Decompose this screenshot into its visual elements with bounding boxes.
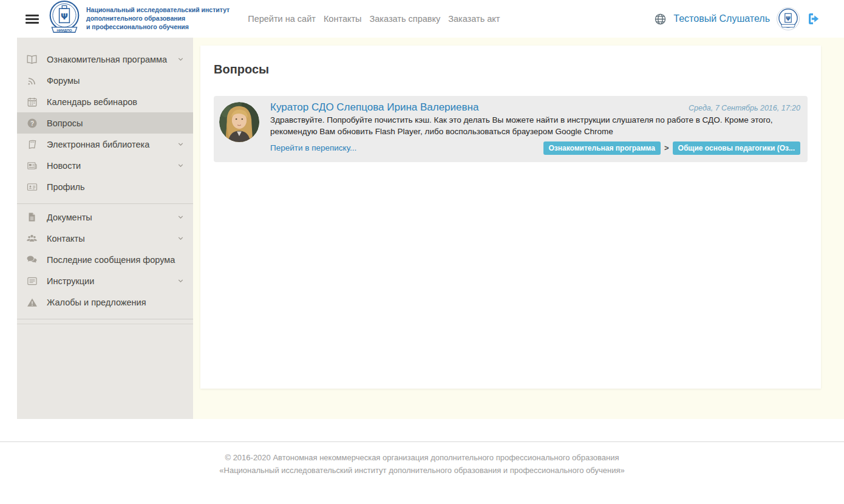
sidebar-column: Ознакомительная программа Форумы — [0, 38, 193, 419]
user-name-link[interactable]: Тестовый Слушатель — [673, 13, 770, 24]
logout-icon[interactable] — [806, 12, 821, 26]
document-icon — [26, 211, 38, 223]
svg-text:Ψ: Ψ — [61, 12, 68, 21]
sidebar-item-label: Новости — [47, 161, 81, 171]
header-user-area: Тестовый Слушатель Ψ — [654, 0, 821, 38]
tag-separator: > — [664, 143, 669, 152]
nav-order-act[interactable]: Заказать акт — [448, 14, 500, 24]
message-text: Здравствуйте. Попробуйте почистить кэш. … — [270, 115, 800, 138]
chevron-down-icon — [177, 55, 185, 63]
hamburger-menu-icon[interactable] — [26, 13, 39, 26]
content-card: Вопросы — [200, 46, 821, 389]
chevron-down-icon — [177, 162, 185, 169]
user-avatar[interactable]: Ψ — [777, 7, 800, 30]
go-to-correspondence-link[interactable]: Перейти в переписку... — [270, 143, 356, 152]
sidebar-item-label: Профиль — [47, 182, 85, 192]
header: Ψ НИИДПО Национальный исследовательский … — [0, 0, 844, 38]
footer: © 2016-2020 Автономная некоммерческая ор… — [0, 441, 844, 477]
book-open-icon — [26, 53, 38, 65]
message-author-link[interactable]: Куратор СДО Слепцова Ирина Валериевна — [270, 101, 478, 114]
sidebar-item-label: Последние сообщения форума — [47, 255, 175, 265]
forums-icon — [26, 75, 38, 86]
calendar-icon — [26, 96, 38, 107]
sidebar-item-forums[interactable]: Форумы — [17, 70, 193, 91]
message-body: Куратор СДО Слепцова Ирина Валериевна Ср… — [270, 101, 800, 155]
tag-course[interactable]: Общие основы педагогики (Оз... — [673, 141, 800, 155]
news-icon — [26, 160, 38, 171]
sidebar-item-label: Жалобы и предложения — [47, 298, 146, 307]
nav-goto-site[interactable]: Перейти на сайт — [248, 14, 316, 24]
instructions-icon — [26, 275, 38, 287]
sidebar-item-news[interactable]: Новости — [17, 155, 193, 176]
library-icon — [26, 138, 38, 150]
chevron-down-icon — [177, 277, 185, 285]
message-date: Среда, 7 Сентябрь 2016, 17:20 — [689, 104, 800, 112]
curator-avatar[interactable] — [219, 102, 259, 142]
svg-text:Ψ: Ψ — [786, 15, 791, 22]
page-title: Вопросы — [214, 63, 808, 77]
question-circle-icon: ? — [26, 117, 38, 129]
language-globe-icon[interactable] — [654, 13, 667, 26]
nav-order-certificate[interactable]: Заказать справку — [370, 14, 441, 24]
sidebar-item-webinar-calendar[interactable]: Календарь вебинаров — [17, 91, 193, 112]
sidebar-item-intro-program[interactable]: Ознакомительная программа — [17, 49, 193, 70]
footer-copyright-line1: © 2016-2020 Автономная некоммерческая ор… — [0, 452, 844, 465]
sidebar-item-instructions[interactable]: Инструкции — [17, 270, 193, 291]
id-card-icon — [26, 181, 38, 192]
chevron-down-icon — [177, 213, 185, 221]
top-navigation: Перейти на сайт Контакты Заказать справк… — [248, 14, 500, 24]
sidebar-item-label: Электронная библиотека — [47, 140, 149, 149]
sidebar-item-label: Вопросы — [47, 118, 83, 128]
sidebar-item-contacts[interactable]: Контакты — [17, 228, 193, 249]
institution-logo[interactable]: Ψ НИИДПО — [47, 0, 81, 38]
sidebar-item-latest-forum-posts[interactable]: Последние сообщения форума — [17, 249, 193, 270]
sidebar-item-label: Форумы — [47, 76, 80, 86]
sidebar-item-e-library[interactable]: Электронная библиотека — [17, 134, 193, 155]
nav-contacts[interactable]: Контакты — [324, 14, 362, 24]
logo-caption: НИИДПО — [56, 29, 72, 32]
comments-icon — [26, 254, 38, 265]
sidebar-item-label: Инструкции — [47, 276, 94, 286]
sidebar-bottom-divider — [17, 319, 193, 324]
message-tags: Ознакомительная программа > Общие основы… — [543, 141, 801, 155]
users-icon — [26, 233, 38, 244]
svg-text:?: ? — [30, 120, 33, 126]
chevron-down-icon — [177, 234, 185, 242]
main-area: Вопросы — [193, 38, 844, 419]
sidebar-item-complaints[interactable]: Жалобы и предложения — [17, 291, 193, 313]
sidebar-item-profile[interactable]: Профиль — [17, 176, 193, 197]
sidebar-item-documents[interactable]: Документы — [17, 206, 193, 228]
warning-icon — [26, 296, 38, 308]
sidebar-item-label: Ознакомительная программа — [47, 55, 167, 64]
sidebar-item-label: Календарь вебинаров — [47, 97, 137, 107]
institution-name: Национальный исследовательский институт … — [86, 6, 230, 32]
tag-program[interactable]: Ознакомительная программа — [543, 141, 661, 155]
footer-copyright-line2: «Национальный исследовательский институт… — [0, 465, 844, 477]
question-message-card: Куратор СДО Слепцова Ирина Валериевна Ср… — [214, 96, 808, 162]
chevron-down-icon — [177, 140, 185, 148]
sidebar-item-label: Документы — [47, 213, 92, 222]
sidebar-item-questions[interactable]: ? Вопросы — [17, 112, 193, 134]
sidebar: Ознакомительная программа Форумы — [17, 38, 193, 419]
sidebar-item-label: Контакты — [47, 234, 85, 243]
footer-divider — [0, 441, 844, 442]
